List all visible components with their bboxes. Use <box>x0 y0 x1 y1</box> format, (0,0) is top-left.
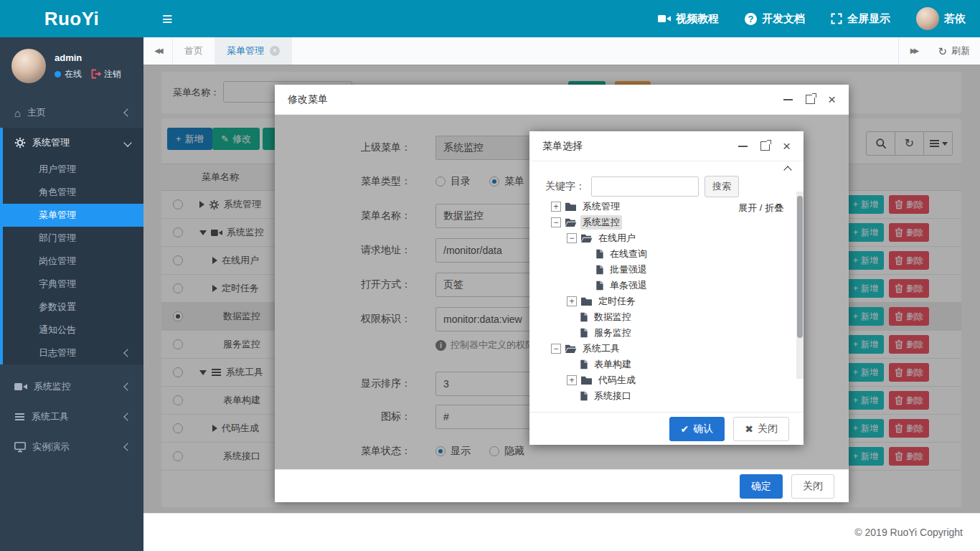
tree-node[interactable]: 表单构建 <box>580 357 786 372</box>
tree-node[interactable]: 服务监控 <box>580 325 786 341</box>
edit-modal-title: 修改菜单 <box>288 93 328 106</box>
tree-node[interactable]: −系统工具 <box>551 341 786 357</box>
sidebar-subitem-menu-mgmt[interactable]: 菜单管理 <box>3 204 143 227</box>
tree-scrollbar[interactable] <box>796 192 804 379</box>
maximize-icon[interactable] <box>760 141 770 151</box>
sidebar-item-home[interactable]: ⌂ 主页 <box>0 98 143 128</box>
subitem-label: 菜单管理 <box>39 209 76 222</box>
tree-node-label[interactable]: 系统监控 <box>580 215 622 230</box>
tree-node-label[interactable]: 代码生成 <box>596 373 638 387</box>
tree-expand-icon[interactable]: + <box>551 202 561 212</box>
video-tutorial-link[interactable]: 视频教程 <box>658 12 719 26</box>
sidebar-item-system-monitor[interactable]: 系统监控 <box>0 372 143 402</box>
tree-expand-icon[interactable]: + <box>567 296 577 306</box>
tree-node-label[interactable]: 批量强退 <box>608 263 649 277</box>
folder-icon <box>580 296 593 306</box>
select-modal-close-button[interactable]: ✖关闭 <box>733 417 789 441</box>
keyword-search-button[interactable]: 搜索 <box>705 176 739 197</box>
sidebar-toggle-hamburger-icon[interactable]: ≡ <box>162 10 173 28</box>
collapse-panel-chevron-up-icon[interactable] <box>783 166 791 174</box>
file-icon <box>580 328 588 338</box>
sidebar: admin 在线 注销 ⌂ 主页 系统管理 <box>0 37 143 551</box>
minimize-icon[interactable] <box>783 99 793 100</box>
logout-link[interactable]: 注销 <box>91 68 121 80</box>
tree-node[interactable]: +定时任务 <box>567 293 786 309</box>
tree-node-label[interactable]: 定时任务 <box>596 294 638 309</box>
keyword-input[interactable] <box>591 176 699 197</box>
tab-home[interactable]: 首页 <box>173 37 215 65</box>
file-icon <box>595 249 604 259</box>
tree-collapse-icon[interactable]: − <box>551 344 561 354</box>
edit-modal-close-button[interactable]: 关闭 <box>791 474 834 499</box>
chevron-left-icon <box>123 413 131 420</box>
tree-collapse-icon[interactable]: − <box>567 233 577 243</box>
tree-node[interactable]: +代码生成 <box>567 372 786 388</box>
tabs-scroll-left-button[interactable]: ◀◀ <box>143 37 173 65</box>
tree-node-selected[interactable]: −系统监控 <box>551 215 786 230</box>
tree-collapse-icon[interactable]: − <box>551 217 561 227</box>
sidebar-subitem-dict-mgmt[interactable]: 字典管理 <box>3 273 143 296</box>
tabs-scroll-right-button[interactable]: ▶▶ <box>898 37 928 65</box>
tree-node-label[interactable]: 数据监控 <box>592 310 633 324</box>
tree-node[interactable]: 数据监控 <box>580 309 786 325</box>
user-menu-label: 若依 <box>944 12 966 26</box>
minimize-icon[interactable] <box>738 146 748 147</box>
tree-node-label[interactable]: 系统接口 <box>592 389 633 403</box>
tab-refresh-button[interactable]: ↻ 刷新 <box>928 37 980 65</box>
list-bars-icon <box>15 416 24 418</box>
maximize-icon[interactable] <box>806 95 815 104</box>
folder-open-icon <box>580 233 593 243</box>
tab-close-icon[interactable]: × <box>270 46 280 56</box>
fullscreen-link[interactable]: 全屏显示 <box>831 12 890 26</box>
sidebar-item-system-tools[interactable]: 系统工具 <box>0 402 143 432</box>
tree-node-label[interactable]: 在线用户 <box>596 231 638 245</box>
edit-modal-header[interactable]: 修改菜单 × <box>275 85 849 115</box>
close-icon[interactable]: × <box>783 139 791 153</box>
tree-node[interactable]: −在线用户 <box>567 230 786 246</box>
tree-node-label[interactable]: 单条强退 <box>608 278 649 293</box>
sidebar-subitem-user-mgmt[interactable]: 用户管理 <box>3 158 143 181</box>
gear-icon <box>14 137 26 149</box>
sidebar-item-demo[interactable]: 实例演示 <box>0 432 143 462</box>
tree-node[interactable]: 单条强退 <box>595 278 786 293</box>
sidebar-subitem-param-settings[interactable]: 参数设置 <box>3 296 143 319</box>
file-icon <box>595 281 604 291</box>
chevron-left-icon <box>123 382 131 390</box>
tab-label: 菜单管理 <box>227 44 264 57</box>
sidebar-subitem-dept-mgmt[interactable]: 部门管理 <box>3 227 143 250</box>
tree-node-label[interactable]: 在线查询 <box>608 247 649 261</box>
user-avatar-large[interactable] <box>11 49 46 83</box>
tab-menu-mgmt[interactable]: 菜单管理 × <box>215 37 292 65</box>
confirm-label: 确定 <box>751 480 771 493</box>
subitem-label: 角色管理 <box>39 186 76 199</box>
tree-node[interactable]: 系统接口 <box>580 388 786 404</box>
scrollbar-thumb[interactable] <box>797 196 803 338</box>
folder-icon <box>565 202 577 212</box>
dev-docs-link[interactable]: ? 开发文档 <box>745 12 805 26</box>
select-modal-confirm-button[interactable]: ✔确认 <box>669 417 725 441</box>
online-status-dot-icon <box>55 71 61 77</box>
select-modal-header[interactable]: 菜单选择 × <box>529 131 804 161</box>
sidebar-item-label: 系统工具 <box>32 410 69 423</box>
select-modal-footer: ✔确认 ✖关闭 <box>529 412 804 445</box>
subitem-label: 通知公告 <box>39 324 76 336</box>
tree-node-label[interactable]: 系统工具 <box>580 342 622 356</box>
tree-node[interactable]: 批量强退 <box>595 262 786 278</box>
sidebar-subitem-role-mgmt[interactable]: 角色管理 <box>3 181 143 204</box>
app-logo[interactable]: RuoYi <box>0 0 143 37</box>
tree-expand-icon[interactable]: + <box>567 375 577 385</box>
tree-node[interactable]: 在线查询 <box>595 246 786 262</box>
tree-node-label[interactable]: 服务监控 <box>592 326 633 340</box>
edit-modal-confirm-button[interactable]: 确定 <box>740 474 783 499</box>
tree-node-label[interactable]: 表单构建 <box>592 357 633 372</box>
sidebar-item-system-admin[interactable]: 系统管理 <box>3 128 143 158</box>
tree-node-label[interactable]: 系统管理 <box>580 199 622 214</box>
file-icon <box>580 391 588 401</box>
tree-node[interactable]: +系统管理 <box>551 199 786 215</box>
sidebar-subitem-post-mgmt[interactable]: 岗位管理 <box>3 250 143 273</box>
menu-select-modal: 菜单选择 × 关键字： 搜索 展开 / 折叠 +系统管理 −系统监控 −在线用户… <box>529 131 804 445</box>
close-icon[interactable]: × <box>828 93 836 106</box>
sidebar-subitem-notice[interactable]: 通知公告 <box>3 319 143 342</box>
sidebar-subitem-log-mgmt[interactable]: 日志管理 <box>3 342 143 364</box>
user-menu[interactable]: 若依 <box>916 7 966 30</box>
